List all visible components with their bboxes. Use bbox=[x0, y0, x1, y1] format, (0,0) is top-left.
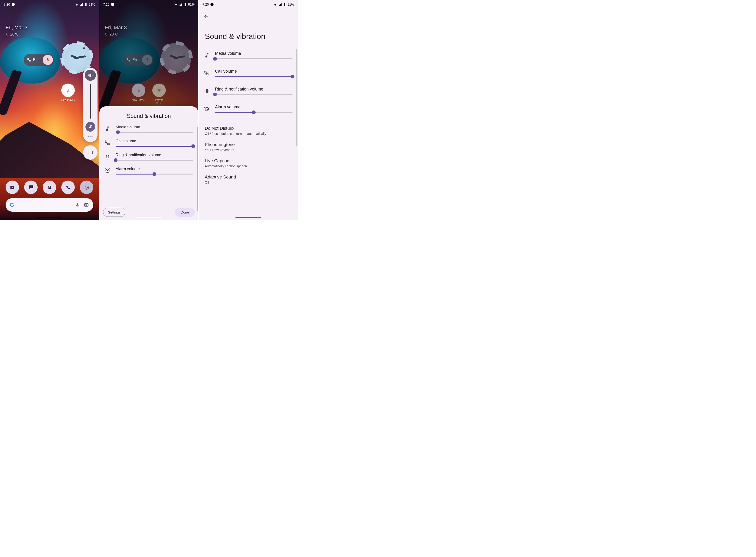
pref-adaptive-sound[interactable]: Adaptive Sound Off bbox=[199, 171, 298, 187]
home-app-row: ♪ Now Playi... ✶ Prayer Tim... bbox=[100, 84, 198, 104]
date-text: Fri, Mar 3 bbox=[105, 25, 127, 31]
live-caption-toggle[interactable] bbox=[83, 145, 97, 160]
date-weather-widget[interactable]: Fri, Mar 3 ☾ 28°C bbox=[105, 25, 127, 36]
pref-ringtone[interactable]: Phone ringtone Your New Adventure bbox=[199, 139, 298, 155]
phone-icon bbox=[204, 70, 210, 76]
translate-mic-button[interactable] bbox=[43, 55, 53, 65]
translate-icon bbox=[27, 58, 31, 62]
svg-rect-17 bbox=[284, 3, 285, 6]
status-battery: 81% bbox=[188, 3, 195, 6]
svg-point-16 bbox=[211, 3, 214, 6]
ringer-mode-button[interactable] bbox=[85, 69, 96, 81]
alarm-icon bbox=[105, 168, 111, 174]
lens-icon[interactable] bbox=[84, 202, 89, 208]
alarm-volume-slider[interactable] bbox=[116, 174, 193, 175]
app-now-playing[interactable]: ♪ Now Playi... bbox=[61, 84, 75, 101]
translate-icon bbox=[126, 58, 131, 62]
phone-icon bbox=[105, 140, 111, 146]
alarm-volume-slider[interactable] bbox=[215, 112, 292, 113]
pref-dnd[interactable]: Do Not Disturb Off / 2 schedules can tur… bbox=[199, 122, 298, 139]
caption-icon bbox=[87, 149, 93, 155]
dock-chrome[interactable]: ◎ bbox=[80, 181, 93, 194]
slider-label: Ring & notification volume bbox=[215, 87, 292, 92]
dock-messages[interactable] bbox=[24, 181, 37, 194]
status-bar: 7:20 81% bbox=[0, 0, 99, 7]
dock-gmail[interactable]: M bbox=[43, 181, 56, 194]
music-note-icon: ♪ bbox=[67, 87, 69, 93]
translate-language: En... bbox=[132, 58, 140, 62]
temperature: 28°C bbox=[10, 32, 19, 36]
status-bar: 7:20 81% bbox=[199, 0, 298, 7]
svg-point-7 bbox=[11, 187, 13, 188]
slider-label: Alarm volume bbox=[116, 167, 193, 171]
gmail-icon: M bbox=[48, 185, 51, 190]
screen-sound-settings: 7:20 81% Sound & vibration Media volume bbox=[199, 0, 298, 220]
pref-subtitle: Your New Adventure bbox=[205, 148, 291, 152]
dock: M ◎ bbox=[0, 181, 99, 194]
phone-icon bbox=[65, 184, 71, 190]
messenger-icon bbox=[11, 3, 15, 6]
row-alarm-volume: Alarm volume bbox=[199, 105, 298, 113]
wifi-icon bbox=[274, 3, 277, 6]
call-volume-slider[interactable] bbox=[215, 76, 292, 77]
row-alarm-volume: Alarm volume bbox=[105, 167, 193, 175]
settings-button[interactable]: Settings bbox=[103, 208, 125, 217]
status-time: 7:20 bbox=[4, 3, 10, 6]
call-volume-slider[interactable] bbox=[116, 146, 193, 147]
media-volume-slider[interactable] bbox=[215, 58, 292, 59]
status-time: 7:20 bbox=[202, 3, 209, 6]
pref-title: Phone ringtone bbox=[205, 142, 291, 147]
svg-rect-9 bbox=[85, 204, 88, 206]
moon-icon: ☾ bbox=[105, 32, 108, 36]
media-volume-slider[interactable] bbox=[116, 132, 193, 133]
ring-volume-slider[interactable] bbox=[215, 94, 292, 95]
app-prayer: ✶ Prayer Tim... bbox=[152, 84, 166, 104]
volume-panel: ••• bbox=[83, 68, 97, 142]
dock-phone[interactable] bbox=[61, 181, 75, 194]
slider-label: Media volume bbox=[116, 125, 193, 129]
back-button[interactable] bbox=[199, 9, 298, 23]
settings-page: 7:20 81% Sound & vibration Media volume bbox=[199, 0, 298, 220]
svg-rect-19 bbox=[206, 89, 208, 93]
nav-handle[interactable] bbox=[37, 217, 62, 218]
svg-point-10 bbox=[86, 204, 87, 206]
clock-widget bbox=[161, 43, 191, 73]
app-label: Now Playi... bbox=[132, 98, 146, 101]
camera-icon bbox=[9, 184, 15, 190]
app-label: Prayer Tim... bbox=[152, 98, 166, 104]
svg-rect-2 bbox=[86, 3, 86, 3]
volume-slider[interactable] bbox=[90, 84, 91, 119]
battery-icon bbox=[84, 3, 88, 6]
ring-volume-slider[interactable] bbox=[116, 160, 193, 160]
page-title: Sound & vibration bbox=[199, 23, 298, 51]
slider-label: Call volume bbox=[215, 69, 292, 74]
media-mute-button[interactable] bbox=[85, 122, 95, 131]
translate-mic-button bbox=[142, 55, 152, 65]
translate-widget[interactable]: En... bbox=[24, 54, 54, 66]
pref-live-caption[interactable]: Live Caption Automatically caption speec… bbox=[199, 155, 298, 171]
svg-rect-1 bbox=[85, 3, 86, 6]
volume-more-button[interactable]: ••• bbox=[87, 134, 93, 140]
nav-handle[interactable] bbox=[136, 217, 162, 218]
translate-widget: En... bbox=[123, 54, 153, 66]
battery-icon bbox=[283, 3, 286, 6]
svg-rect-18 bbox=[284, 3, 285, 3]
mic-icon[interactable] bbox=[75, 202, 80, 207]
temperature: 28°C bbox=[110, 32, 118, 36]
bell-icon bbox=[105, 154, 111, 160]
done-button[interactable]: Done bbox=[175, 208, 195, 217]
date-weather-widget[interactable]: Fri, Mar 3 ☾ 28°C bbox=[6, 25, 27, 36]
messenger-icon bbox=[111, 3, 114, 6]
row-ring-volume: Ring & notification volume bbox=[105, 153, 193, 160]
row-call-volume: Call volume bbox=[105, 139, 193, 147]
svg-rect-8 bbox=[77, 203, 78, 206]
svg-rect-4 bbox=[89, 74, 91, 77]
google-search-bar[interactable]: G bbox=[6, 198, 93, 212]
slider-label: Alarm volume bbox=[215, 105, 292, 110]
row-media-volume: Media volume bbox=[105, 125, 193, 133]
dock-camera[interactable] bbox=[6, 181, 19, 194]
app-now-playing: ♪ Now Playi... bbox=[132, 84, 146, 104]
nav-handle[interactable] bbox=[235, 217, 261, 218]
svg-rect-6 bbox=[88, 151, 93, 154]
svg-point-11 bbox=[111, 3, 114, 6]
